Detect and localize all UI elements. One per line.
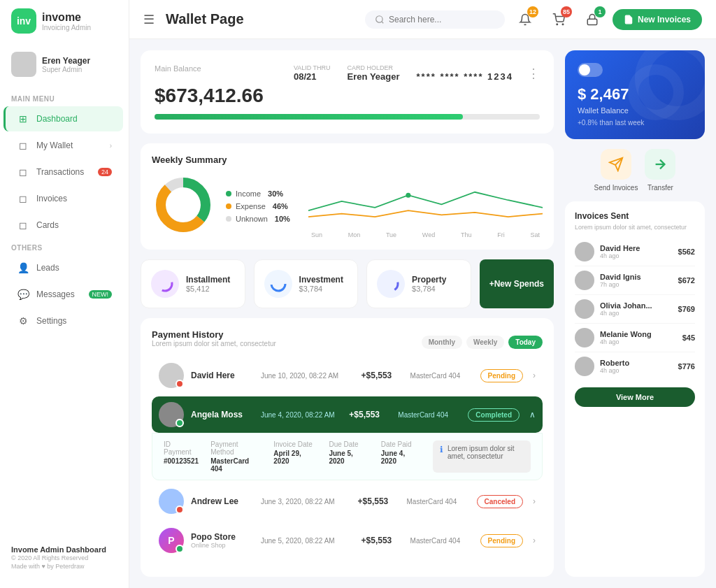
- invoice-item-4[interactable]: Roberto 4h ago $776: [575, 352, 695, 380]
- search-input[interactable]: [389, 15, 487, 24]
- wallet-icon: ◻: [17, 139, 29, 152]
- name-popo-store: Popo Store: [191, 532, 254, 542]
- payment-history-card: Payment History Lorem ipsum dolor sit am…: [141, 318, 554, 577]
- main-panel: Main Balance VALID THRU 08/21 CARD HOLDE…: [141, 50, 554, 577]
- invoice-item-1[interactable]: David Ignis 7h ago $672: [575, 266, 695, 295]
- invoice-avatar-0: [575, 242, 594, 261]
- property-amount: $3,784: [412, 285, 446, 293]
- cart-icon-btn[interactable]: 85: [547, 8, 571, 31]
- more-menu-icon[interactable]: ⋮: [527, 66, 540, 81]
- card-number: **** **** **** 1234: [417, 64, 513, 82]
- dashboard-icon: ⊞: [17, 113, 29, 125]
- spending-card-investment[interactable]: Investment $3,784: [254, 259, 359, 308]
- invoice-avatar-2: [575, 299, 594, 319]
- sidebar-item-dashboard[interactable]: ⊞ Dashboard: [3, 106, 123, 131]
- legend-income: Income 30%: [226, 189, 290, 198]
- amount-andrew-lee: +$5,553: [358, 496, 400, 506]
- expand-icon-popo: ›: [533, 536, 536, 545]
- name-angela-moss: Angela Moss: [191, 410, 254, 420]
- svg-point-9: [158, 277, 172, 291]
- lock-badge: 1: [594, 6, 606, 17]
- income-dot: [226, 191, 231, 196]
- balance-label: Main Balance: [155, 64, 201, 73]
- property-icon: [377, 270, 405, 298]
- card-david-here: MasterCard 404: [410, 372, 473, 380]
- installment-icon: [151, 270, 179, 298]
- invoice-item-3[interactable]: Melanie Wong 4h ago $45: [575, 324, 695, 352]
- messages-icon: 💬: [17, 288, 29, 301]
- history-row-angela-moss[interactable]: Angela Moss June 4, 2020, 08:22 AM +$5,5…: [152, 396, 543, 433]
- spending-card-property[interactable]: Property $3,784: [366, 259, 471, 308]
- sidebar-item-invoices[interactable]: ◻ Invoices: [6, 186, 123, 211]
- svg-point-3: [562, 24, 564, 25]
- svg-line-1: [382, 21, 384, 23]
- name-david-here: David Here: [191, 371, 254, 380]
- right-panel: $ 2,467 Wallet Balance +0.8% than last w…: [565, 50, 705, 577]
- invoice-avatar-3: [575, 328, 594, 347]
- sidebar-item-cards[interactable]: ◻ Cards: [6, 213, 123, 238]
- sidebar-item-messages[interactable]: 💬 Messages NEW!: [6, 282, 123, 307]
- wallet-arrow: ›: [110, 142, 112, 150]
- filter-today[interactable]: Today: [508, 336, 543, 349]
- history-title: Payment History: [152, 329, 276, 340]
- menu-icon[interactable]: ☰: [143, 12, 155, 27]
- new-invoice-button[interactable]: New Invoices: [613, 9, 702, 30]
- progress-bar-fill: [155, 114, 463, 120]
- footer-line1: © 2020 All Rights Reserved: [11, 554, 117, 563]
- bell-icon-btn[interactable]: 12: [513, 8, 537, 31]
- avatar-angela-moss: [159, 402, 184, 427]
- invoice-time-2: 4h ago: [600, 310, 673, 317]
- wallet-balance-card: $ 2,467 Wallet Balance +0.8% than last w…: [565, 50, 705, 139]
- history-row-andrew-lee[interactable]: Andrew Lee June 3, 2020, 08:22 AM +$5,55…: [152, 483, 543, 519]
- transfer-label: Transfer: [647, 184, 673, 192]
- date-angela-moss: June 4, 2020, 08:22 AM: [261, 411, 342, 419]
- invoice-name-1: David Ignis: [600, 273, 673, 281]
- invoice-time-1: 7h ago: [600, 281, 673, 288]
- transfer-btn[interactable]: Transfer: [645, 149, 675, 192]
- sidebar-item-transactions[interactable]: ◻ Transactions 24: [6, 159, 123, 185]
- logo-sub: Invoicing Admin: [42, 24, 91, 31]
- search-box[interactable]: [365, 10, 505, 29]
- user-name: Eren Yeager: [42, 56, 90, 66]
- expand-icon-david: ›: [533, 371, 536, 380]
- send-invoices-btn[interactable]: Send Invoices: [594, 149, 638, 192]
- invoice-item-2[interactable]: Olivia Johan... 4h ago $769: [575, 295, 695, 324]
- legend-expense: Expense 46%: [226, 202, 290, 210]
- donut-svg: [152, 173, 215, 236]
- spending-card-installment[interactable]: Installment $5,412: [141, 259, 245, 308]
- amount-popo: +$5,553: [361, 536, 403, 545]
- sidebar-item-leads[interactable]: 👤 Leads: [6, 255, 123, 280]
- invoice-time-0: 4h ago: [600, 252, 673, 259]
- expand-icon-andrew: ›: [533, 496, 536, 506]
- day-labels: Sun Mon Tue Wed Thu Fri Sat: [308, 231, 543, 238]
- settings-icon: ⚙: [17, 315, 29, 327]
- invoice-item-0[interactable]: David Here 4h ago $562: [575, 238, 695, 266]
- new-spends-button[interactable]: +New Spends: [480, 259, 554, 308]
- invoice-icon: [624, 15, 633, 24]
- sidebar-item-settings[interactable]: ⚙ Settings: [6, 308, 123, 334]
- view-more-button[interactable]: View More: [575, 387, 695, 407]
- investment-icon: [264, 270, 292, 298]
- invoice-time-3: 4h ago: [600, 338, 677, 345]
- donut-chart: [152, 173, 215, 236]
- filter-monthly[interactable]: Monthly: [422, 336, 462, 349]
- invoice-name-4: Roberto: [600, 359, 673, 367]
- invoice-avatar-1: [575, 271, 594, 290]
- history-row-popo-store[interactable]: P Popo Store Online Shop June 5, 2020, 0…: [152, 522, 543, 559]
- history-list: David Here June 10, 2020, 08:22 AM +$5,5…: [152, 357, 543, 566]
- history-row-xyz-store[interactable]: XY XYZ Store ID Online Shop June 1, 2020…: [152, 561, 543, 566]
- history-row-david-here[interactable]: David Here June 10, 2020, 08:22 AM +$5,5…: [152, 357, 543, 394]
- line-chart-svg: [308, 173, 543, 229]
- wallet-toggle[interactable]: [578, 63, 603, 77]
- lock-icon-btn[interactable]: 1: [580, 8, 604, 31]
- filter-weekly[interactable]: Weekly: [466, 336, 504, 349]
- legend: Income 30% Expense 46% Unknown 10%: [226, 173, 290, 238]
- sidebar-item-mywallet[interactable]: ◻ My Wallet ›: [6, 133, 123, 158]
- logo: inv invome Invoicing Admin: [0, 8, 129, 45]
- user-role: Super Admin: [42, 66, 90, 73]
- svg-rect-4: [587, 19, 597, 24]
- send-invoices-label: Send Invoices: [594, 184, 638, 192]
- legend-unknown: Unknown 10%: [226, 215, 290, 223]
- invoice-name-3: Melanie Wong: [600, 330, 677, 338]
- detail-note: ℹ Lorem ipsum dolor sit amet, consectetu…: [433, 440, 531, 473]
